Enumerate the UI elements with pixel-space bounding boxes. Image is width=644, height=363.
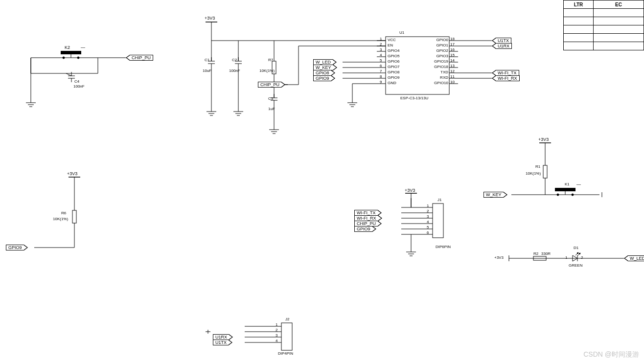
r1-val: 10K(1%) (526, 171, 541, 176)
schematic-canvas (0, 0, 644, 363)
c3-val: 1uF (268, 107, 275, 111)
u1-ln6: GPIO7 (388, 65, 399, 69)
svg-point-95 (572, 194, 574, 196)
j1-part: DIP6PIN (436, 245, 451, 249)
r7-ref: R7 (268, 58, 273, 62)
k1-dash: — (576, 182, 581, 187)
k1-ref: K1 (565, 182, 570, 186)
j2-ref: J2 (285, 317, 289, 321)
u1-Lp9: 9 (380, 80, 382, 84)
c4-refdes: C4 (74, 79, 79, 84)
svg-line-28 (66, 73, 71, 76)
svg-point-21 (77, 57, 79, 59)
rail-3v3-k1: +3V3 (538, 137, 549, 142)
svg-rect-84 (281, 323, 292, 350)
d1-p2: 2 (581, 255, 583, 260)
d1-ref: D1 (574, 246, 578, 250)
wifirx-tag: WI-FI_RX (492, 75, 520, 81)
j1-p3: 3 (427, 214, 429, 219)
wled-tag2: W_LED (624, 255, 644, 261)
r2-val: 330R (541, 251, 551, 256)
svg-point-20 (63, 57, 65, 59)
watermark: CSDN @时间漫游 (583, 350, 639, 359)
c2-val: 100nF (229, 68, 240, 73)
k2-block (26, 51, 126, 107)
rev-h1: LTR (564, 0, 594, 9)
r1-ref: R1 (535, 164, 540, 169)
u1-ln2: EN (388, 43, 393, 47)
u1-rp9: 10 (450, 80, 455, 84)
u1-rn7: TXD (430, 70, 448, 74)
k2-refdes: K2 (65, 45, 70, 50)
wkey-tag2: W_KEY (483, 192, 507, 198)
u1-ln4: GPIO5 (388, 54, 399, 58)
c2-ref: C2 (232, 58, 237, 62)
u1-lp6: 6 (380, 64, 382, 68)
rev-h2: EC (594, 0, 644, 9)
u1-lp3: 3 (380, 47, 382, 52)
r6-val: 10K(1%) (53, 217, 68, 221)
rail-3v3-j1: +3V3 (405, 188, 415, 193)
j1-p4: 4 (427, 220, 429, 224)
k1-block (511, 143, 602, 197)
chip-pu-tag: CHIP_PU (126, 55, 153, 61)
j2-p1: 1 (276, 322, 277, 327)
j1-p6: 6 (427, 230, 429, 235)
c3-ref: C3 (268, 96, 273, 101)
j1-p5: 5 (427, 225, 429, 229)
svg-rect-96 (555, 188, 575, 191)
u1-part: ESP-C3-13/13U (400, 96, 428, 100)
u1-lp5: 5 (380, 58, 382, 63)
j1-p1: 1 (427, 204, 429, 208)
u1-rp3: 16 (450, 47, 455, 52)
c4-value: 100nF (73, 84, 85, 89)
u1-ln8: GPIO9 (388, 75, 399, 80)
j2-p3: 3 (276, 333, 277, 338)
j2-part: DIP4PIN (278, 351, 293, 356)
u1-ln5: GPIO6 (388, 59, 399, 64)
u1-rp1: 18 (450, 37, 455, 41)
u1rx-tag: U1RX (492, 43, 512, 49)
revision-table: LTREC (563, 0, 644, 50)
c1-val: 10uF (203, 68, 211, 73)
u1-rn5: GPIO19 (428, 59, 448, 64)
svg-rect-22 (61, 51, 81, 54)
rail-3v3-r6: +3V3 (67, 171, 77, 176)
u1-rn6: GPIO18 (428, 65, 448, 69)
u1-rn3: GPIO2 (430, 48, 448, 53)
r2-ref: R2 (533, 251, 538, 256)
r7-val: 10K(1%) (259, 68, 275, 73)
u1-lp2: 2 (380, 42, 382, 46)
c1-ref: C1 (205, 58, 209, 62)
u1-refdes: U1 (399, 30, 404, 35)
j2-p2: 2 (276, 328, 277, 332)
u1-ln7: GPIO8 (388, 70, 399, 74)
u1-lp4: 4 (380, 53, 382, 57)
u1-rn4: GPIO3 (430, 54, 448, 58)
u1-ln9: GND (388, 81, 396, 85)
u1-rp6: 13 (450, 64, 455, 68)
u1-lp1: 1 (380, 37, 382, 41)
r6-block (34, 177, 80, 248)
u1-rp8: 11 (450, 74, 455, 79)
chip-pu-r7: CHIP_PU (258, 82, 285, 88)
rail-3v3-led: +3V3 (494, 255, 504, 260)
k2-dash: — (81, 45, 85, 50)
u1-ln3: GPIO4 (388, 48, 399, 53)
gpio9u-tag: GPIO9 (313, 75, 335, 81)
u1-lp8: 8 (380, 74, 382, 79)
u1-rp5: 14 (450, 58, 455, 63)
j1-n5: GPIO9 (354, 226, 376, 232)
u1-ln1: VCC (388, 38, 396, 42)
rail-3v3-a: +3V3 (205, 16, 215, 21)
u1-rp7: 12 (450, 69, 455, 73)
j1-ref: J1 (437, 198, 441, 202)
u1-rp2: 17 (450, 42, 455, 46)
svg-point-94 (557, 194, 559, 196)
u1-lp7: 7 (380, 69, 382, 73)
d1-color: GREEN (569, 263, 582, 268)
u1-rp4: 15 (450, 53, 455, 57)
j1-p2: 2 (427, 209, 429, 213)
u1-rn2: GPIO1 (430, 43, 448, 47)
r6-ref: R6 (61, 211, 66, 215)
